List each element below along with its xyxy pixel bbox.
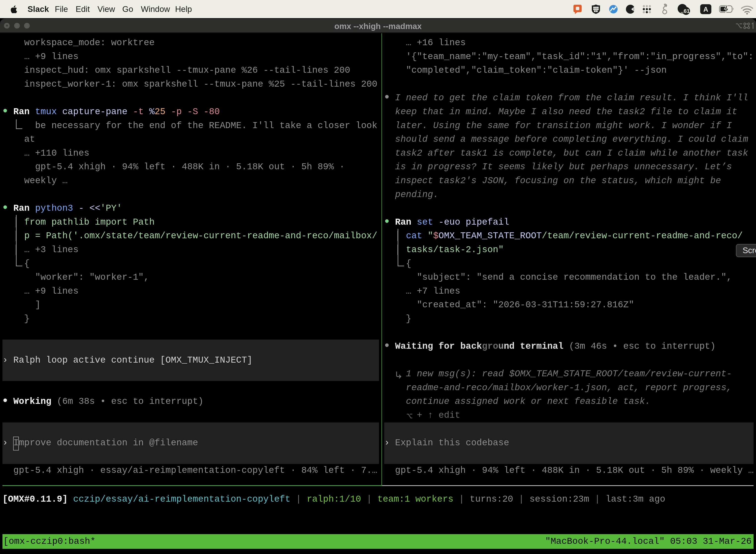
svg-text:A: A [703, 6, 708, 13]
svg-text:..61: ..61 [681, 8, 690, 14]
